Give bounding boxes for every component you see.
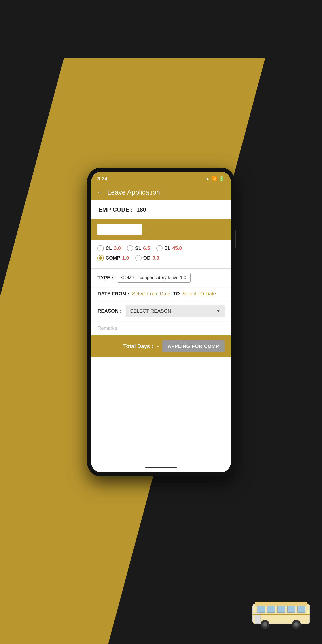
type-label: TYPE : (98, 275, 113, 281)
back-button[interactable]: ← (96, 188, 104, 196)
home-bar (91, 463, 231, 472)
leave-comp-code: COMP (106, 255, 120, 261)
svg-rect-6 (298, 606, 305, 613)
apply-button[interactable]: APPLING FOR COMP (162, 340, 224, 352)
date-to-picker[interactable]: Select TO Date (182, 291, 216, 297)
leave-cl-code: CL (106, 245, 112, 251)
page-title: Leave Application (107, 188, 160, 196)
name-search-input[interactable] (98, 224, 142, 235)
date-to-label: TO (173, 291, 180, 297)
header-bar: ← Leave Application (91, 184, 231, 200)
radio-circle-od (135, 255, 142, 261)
side-button (235, 230, 236, 248)
type-value: COMP - compensatory leave-1.0 (117, 272, 190, 283)
search-row: . (91, 219, 231, 240)
date-from-picker[interactable]: Select From Date (132, 291, 170, 297)
total-days-label: Total Days : (123, 343, 153, 350)
reason-section: REASON : SELECT REASON ▼ (91, 301, 231, 321)
status-time: 3:24 (98, 176, 107, 182)
type-section: TYPE : COMP - compensatory leave-1.0 (91, 268, 231, 287)
svg-rect-2 (257, 606, 265, 613)
svg-rect-1 (255, 602, 308, 606)
date-from-label: DATE FROM : (98, 291, 130, 297)
leave-cl-count: 3.0 (114, 245, 121, 251)
dropdown-arrow-icon: ▼ (216, 308, 220, 314)
leave-cl-radio[interactable]: CL 3.0 (98, 245, 121, 251)
leave-sl-count: 6.5 (143, 245, 150, 251)
reason-label: REASON : (98, 308, 122, 314)
date-section: DATE FROM : Select From Date TO Select T… (91, 287, 231, 301)
svg-rect-4 (277, 606, 285, 613)
leave-row-2: COMP 1.0 OD 0.0 (98, 255, 224, 261)
radio-circle-el (156, 245, 162, 251)
leave-comp-radio[interactable]: COMP 1.0 (98, 255, 129, 261)
leave-comp-count: 1.0 (122, 255, 129, 261)
leave-row-1: CL 3.0 SL 6.5 EL 45.0 (98, 245, 224, 251)
radio-circle-cl (98, 245, 104, 251)
emp-code-value: 180 (136, 206, 146, 213)
svg-rect-13 (253, 614, 310, 616)
remarks-section: Remarks (91, 321, 231, 336)
leave-od-count: 0.0 (152, 255, 160, 261)
reason-dropdown[interactable]: SELECT REASON ▼ (126, 305, 224, 317)
content-area (91, 357, 231, 463)
home-bar-line (145, 467, 177, 468)
leave-types-section: CL 3.0 SL 6.5 EL 45.0 COMP (91, 240, 231, 268)
phone-screen: 3:24 ▲ 📶 🔋 ← Leave Application EMP CODE … (91, 172, 231, 472)
leave-el-radio[interactable]: EL 45.0 (156, 245, 182, 251)
leave-el-code: EL (164, 245, 170, 251)
radio-circle-sl (127, 245, 133, 251)
total-row: Total Days : - APPLING FOR COMP (91, 336, 231, 357)
leave-sl-radio[interactable]: SL 6.5 (127, 245, 150, 251)
svg-rect-5 (287, 606, 295, 613)
emp-code-section: EMP CODE : 180 (91, 200, 231, 219)
battery-icon: 🔋 (219, 176, 224, 181)
svg-point-11 (294, 622, 298, 626)
radio-circle-comp (98, 255, 104, 261)
wifi-icon: ▲ (205, 176, 210, 181)
status-icons: ▲ 📶 🔋 (205, 176, 224, 181)
signal-icon: 📶 (212, 176, 217, 181)
phone-device: 3:24 ▲ 📶 🔋 ← Leave Application EMP CODE … (87, 168, 235, 476)
status-bar: 3:24 ▲ 📶 🔋 (91, 172, 231, 184)
leave-el-count: 45.0 (172, 245, 182, 251)
svg-rect-12 (306, 609, 309, 614)
reason-placeholder: SELECT REASON (130, 308, 171, 314)
remarks-input[interactable]: Remarks (98, 325, 117, 331)
emp-code-label: EMP CODE : (98, 206, 133, 213)
leave-sl-code: SL (135, 245, 141, 251)
bus-illustration (250, 597, 313, 630)
svg-rect-3 (267, 606, 275, 613)
search-dot: . (145, 226, 146, 233)
svg-point-9 (263, 622, 267, 626)
leave-od-code: OD (143, 255, 151, 261)
leave-od-radio[interactable]: OD 0.0 (135, 255, 160, 261)
total-days-value: - (157, 343, 159, 350)
